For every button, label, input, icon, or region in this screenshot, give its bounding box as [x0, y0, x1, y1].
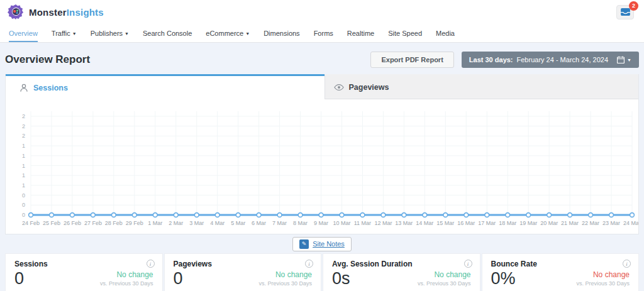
person-icon — [19, 84, 28, 92]
main-nav: OverviewTraffic▼Publishers▼Search Consol… — [0, 24, 644, 43]
stat-compare-period: vs. Previous 30 Days — [100, 280, 153, 287]
date-range-label: Last 30 days: — [469, 56, 513, 63]
monster-logo-icon — [8, 4, 24, 20]
chevron-down-icon: ▼ — [125, 31, 129, 36]
site-notes-label: Site Notes — [313, 240, 345, 248]
notification-count-badge: 2 — [629, 1, 638, 11]
export-pdf-button[interactable]: Export PDF Report — [370, 52, 453, 68]
eye-icon — [334, 84, 344, 91]
info-icon[interactable]: i — [623, 260, 631, 268]
svg-text:13 Mar: 13 Mar — [395, 220, 413, 226]
svg-text:16 Mar: 16 Mar — [457, 220, 475, 226]
nav-item-label: eCommerce — [206, 30, 243, 37]
svg-text:27 Feb: 27 Feb — [84, 220, 102, 226]
stat-card-sessions: Sessionsi0No changevs. Previous 30 Days — [5, 253, 163, 291]
svg-text:25 Feb: 25 Feb — [43, 220, 60, 226]
svg-text:5 Mar: 5 Mar — [231, 220, 245, 226]
nav-item-traffic[interactable]: Traffic▼ — [52, 24, 77, 42]
nav-item-label: Realtime — [347, 30, 374, 37]
nav-item-label: Traffic — [52, 30, 70, 37]
nav-item-dimensions[interactable]: Dimensions — [264, 24, 299, 42]
svg-text:7 Mar: 7 Mar — [272, 220, 287, 226]
svg-text:8 Mar: 8 Mar — [293, 220, 308, 226]
sessions-line-chart: 2221111100024 Feb25 Feb26 Feb27 Feb28 Fe… — [6, 99, 638, 234]
tab-sessions[interactable]: Sessions — [6, 74, 325, 99]
svg-text:0: 0 — [22, 202, 25, 208]
svg-text:0: 0 — [22, 192, 25, 199]
stat-compare-period: vs. Previous 30 Days — [418, 280, 471, 287]
nav-item-label: Dimensions — [264, 30, 299, 37]
date-range-picker[interactable]: Last 30 days: February 24 - March 24, 20… — [462, 52, 639, 68]
info-icon[interactable]: i — [464, 260, 472, 268]
tab-pageviews-label: Pageviews — [349, 83, 389, 92]
info-icon[interactable]: i — [147, 260, 155, 268]
svg-text:19 Mar: 19 Mar — [519, 220, 537, 226]
svg-text:22 Mar: 22 Mar — [582, 220, 599, 226]
stat-card-avg-session-duration: Avg. Session Durationi0sNo changevs. Pre… — [323, 253, 480, 291]
nav-item-search-console[interactable]: Search Console — [143, 24, 192, 42]
pencil-icon: ✎ — [299, 239, 309, 249]
svg-text:23 Mar: 23 Mar — [602, 220, 620, 226]
svg-text:2: 2 — [22, 113, 25, 119]
site-notes-button[interactable]: ✎ Site Notes — [292, 237, 352, 251]
stat-compare-period: vs. Previous 30 Days — [258, 280, 312, 287]
svg-text:2 Mar: 2 Mar — [169, 220, 183, 226]
nav-item-overview[interactable]: Overview — [9, 24, 38, 42]
chevron-down-icon: ▼ — [627, 58, 631, 62]
svg-text:15 Mar: 15 Mar — [436, 220, 454, 226]
svg-text:1: 1 — [22, 143, 25, 149]
stats-row: Sessionsi0No changevs. Previous 30 DaysP… — [5, 253, 639, 291]
svg-text:12 Mar: 12 Mar — [374, 220, 392, 226]
nav-item-ecommerce[interactable]: eCommerce▼ — [206, 24, 250, 42]
svg-text:24 Feb: 24 Feb — [22, 220, 40, 226]
stat-title: Pageviews — [174, 260, 313, 268]
nav-item-label: Site Speed — [388, 30, 422, 37]
overview-chart-card: Sessions Pageviews 2221111100024 Feb25 F… — [5, 74, 639, 234]
svg-text:17 Mar: 17 Mar — [478, 220, 496, 226]
nav-item-publishers[interactable]: Publishers▼ — [91, 24, 129, 42]
app-header: MonsterInsights 2 — [0, 0, 644, 24]
stat-card-bounce-rate: Bounce Ratei0%No changevs. Previous 30 D… — [482, 253, 640, 291]
info-icon[interactable]: i — [305, 260, 313, 268]
stat-change: No change — [100, 270, 153, 279]
svg-text:1: 1 — [22, 172, 25, 178]
svg-text:24 Mar: 24 Mar — [623, 220, 638, 226]
tab-pageviews[interactable]: Pageviews — [325, 74, 639, 99]
nav-item-label: Search Console — [143, 30, 192, 37]
nav-item-label: Media — [436, 30, 455, 37]
nav-item-label: Overview — [9, 30, 38, 37]
nav-item-realtime[interactable]: Realtime — [347, 24, 374, 42]
svg-text:21 Mar: 21 Mar — [561, 220, 579, 226]
notifications-button[interactable]: 2 — [616, 5, 634, 19]
stat-change: No change — [418, 270, 471, 279]
svg-text:9 Mar: 9 Mar — [314, 220, 328, 226]
date-range-value: February 24 - March 24, 2024 — [517, 56, 609, 63]
stat-title: Avg. Session Duration — [332, 260, 471, 268]
svg-text:1 Mar: 1 Mar — [148, 220, 162, 226]
nav-item-media[interactable]: Media — [436, 24, 455, 42]
stat-change: No change — [258, 270, 312, 279]
calendar-icon — [617, 56, 625, 63]
svg-text:6 Mar: 6 Mar — [252, 220, 266, 226]
svg-text:20 Mar: 20 Mar — [540, 220, 558, 226]
svg-text:2: 2 — [22, 123, 25, 129]
stat-card-pageviews: Pageviewsi0No changevs. Previous 30 Days — [164, 253, 322, 291]
svg-text:1: 1 — [22, 182, 25, 189]
svg-text:2: 2 — [22, 133, 25, 139]
stat-title: Bounce Rate — [491, 260, 630, 268]
svg-text:28 Feb: 28 Feb — [105, 220, 123, 226]
stat-compare-period: vs. Previous 30 Days — [576, 280, 630, 287]
svg-text:4 Mar: 4 Mar — [210, 220, 225, 226]
nav-item-forms[interactable]: Forms — [314, 24, 333, 42]
nav-item-site-speed[interactable]: Site Speed — [388, 24, 422, 42]
chevron-down-icon: ▼ — [245, 31, 250, 36]
nav-item-label: Publishers — [91, 30, 123, 37]
stat-change: No change — [576, 270, 630, 279]
svg-text:1: 1 — [22, 153, 25, 159]
logo-wordmark: MonsterInsights — [29, 7, 104, 18]
page-title: Overview Report — [5, 53, 90, 66]
svg-text:10 Mar: 10 Mar — [333, 220, 350, 226]
chevron-down-icon: ▼ — [72, 31, 77, 36]
nav-item-label: Forms — [314, 30, 333, 37]
svg-text:11 Mar: 11 Mar — [354, 220, 371, 226]
